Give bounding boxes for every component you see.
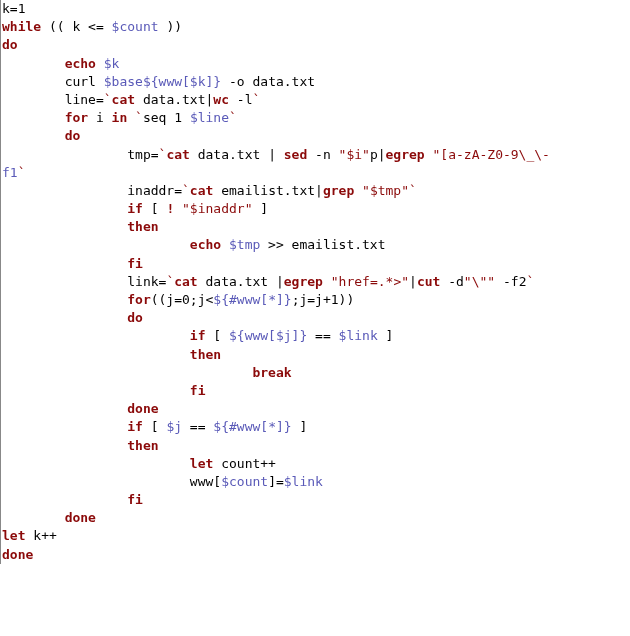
token-kw: done xyxy=(65,510,96,525)
token-op xyxy=(221,237,229,252)
token-op xyxy=(174,201,182,216)
token-bt: ` xyxy=(182,183,190,198)
token-str: "\"" xyxy=(464,274,495,289)
token-cmd: cat xyxy=(190,183,213,198)
token-cmd: echo xyxy=(190,237,221,252)
code-line: tmp=`cat data.txt | sed -n "$i"p|egrep "… xyxy=(2,146,630,164)
token-op xyxy=(96,74,104,89)
token-cmd: cat xyxy=(166,147,189,162)
token-op: -l xyxy=(229,92,252,107)
code-line: link=`cat data.txt |egrep "href=.*>"|cut… xyxy=(2,273,630,291)
token-op: ]= xyxy=(268,474,284,489)
token-op: | xyxy=(409,274,417,289)
token-kw: break xyxy=(252,365,291,380)
token-op: [ xyxy=(206,328,229,343)
code-line: www[$count]=$link xyxy=(2,473,630,491)
token-var: $link xyxy=(339,328,378,343)
token-op: == xyxy=(307,328,338,343)
token-cmd: let xyxy=(190,456,213,471)
token-kw: then xyxy=(127,219,158,234)
token-op: data.txt xyxy=(198,274,276,289)
token-op: p| xyxy=(370,147,386,162)
token-cmd: grep xyxy=(323,183,354,198)
token-kw: then xyxy=(127,438,158,453)
token-op xyxy=(2,110,65,125)
code-line: if [ ! "$inaddr" ] xyxy=(2,200,630,218)
token-id: line xyxy=(65,92,96,107)
token-bt: ` xyxy=(135,110,143,125)
token-var: $link xyxy=(284,474,323,489)
code-line: echo $k xyxy=(2,55,630,73)
token-op: | xyxy=(315,183,323,198)
token-kw: if xyxy=(127,201,143,216)
token-op xyxy=(2,347,190,362)
token-op xyxy=(323,274,331,289)
token-bt: ` xyxy=(409,183,417,198)
token-cmd: echo xyxy=(65,56,96,71)
token-bt: ` xyxy=(18,165,26,180)
token-op: == xyxy=(182,419,213,434)
token-op xyxy=(2,401,127,416)
token-str: "$tmp" xyxy=(362,183,409,198)
token-op xyxy=(2,438,127,453)
code-line: let k++ xyxy=(2,527,630,545)
token-op: = xyxy=(10,1,18,16)
token-var: $count xyxy=(112,19,159,34)
token-op: -f2 xyxy=(495,274,526,289)
token-op: (( xyxy=(41,19,72,34)
token-bt: ` xyxy=(526,274,534,289)
token-op xyxy=(2,128,65,143)
token-op xyxy=(2,510,65,525)
token-op xyxy=(2,365,252,380)
token-op xyxy=(354,183,362,198)
token-op xyxy=(2,292,127,307)
token-id: www xyxy=(190,474,213,489)
code-line: for((j=0;j<${#www[*]};j=j+1)) xyxy=(2,291,630,309)
token-op xyxy=(2,92,65,107)
code-line: let count++ xyxy=(2,455,630,473)
token-var: $tmp xyxy=(229,237,260,252)
code-line: if [ $j == ${#www[*]} ] xyxy=(2,418,630,436)
token-op xyxy=(2,256,127,271)
token-cmd: sed xyxy=(284,147,307,162)
token-bt: ` xyxy=(104,92,112,107)
token-str: "[a-zA-Z0-9\_\- xyxy=(433,147,550,162)
token-op xyxy=(2,183,127,198)
code-line: then xyxy=(2,346,630,364)
token-op: [ xyxy=(213,474,221,489)
token-op: ] xyxy=(252,201,268,216)
token-op xyxy=(2,237,190,252)
code-line: fi xyxy=(2,255,630,273)
code-line: line=`cat data.txt|wc -l` xyxy=(2,91,630,109)
code-line: do xyxy=(2,309,630,327)
token-op: [ xyxy=(143,419,166,434)
token-var: $count xyxy=(221,474,268,489)
token-op: = xyxy=(96,92,104,107)
token-cmd: cat xyxy=(174,274,197,289)
token-kw: in xyxy=(112,110,128,125)
token-kw: do xyxy=(2,37,18,52)
code-line: fi xyxy=(2,491,630,509)
token-str: "$i" xyxy=(339,147,370,162)
token-op: i xyxy=(88,110,111,125)
token-op xyxy=(2,147,127,162)
token-kw: done xyxy=(127,401,158,416)
code-line: curl $base${www[$k]} -o data.txt xyxy=(2,73,630,91)
code-line: done xyxy=(2,509,630,527)
token-var: $j xyxy=(166,419,182,434)
token-op xyxy=(425,147,433,162)
token-kw: for xyxy=(65,110,88,125)
token-op: = xyxy=(151,147,159,162)
token-op xyxy=(2,383,190,398)
code-line: while (( k <= $count )) xyxy=(2,18,630,36)
token-bt: ` xyxy=(229,110,237,125)
token-kw: fi xyxy=(127,492,143,507)
token-op: k++ xyxy=(25,528,56,543)
token-op: 1 xyxy=(18,1,26,16)
token-id: tmp xyxy=(127,147,150,162)
token-op xyxy=(2,328,190,343)
code-line: do xyxy=(2,127,630,145)
token-id: link xyxy=(127,274,158,289)
token-op: = xyxy=(174,183,182,198)
token-op xyxy=(2,474,190,489)
